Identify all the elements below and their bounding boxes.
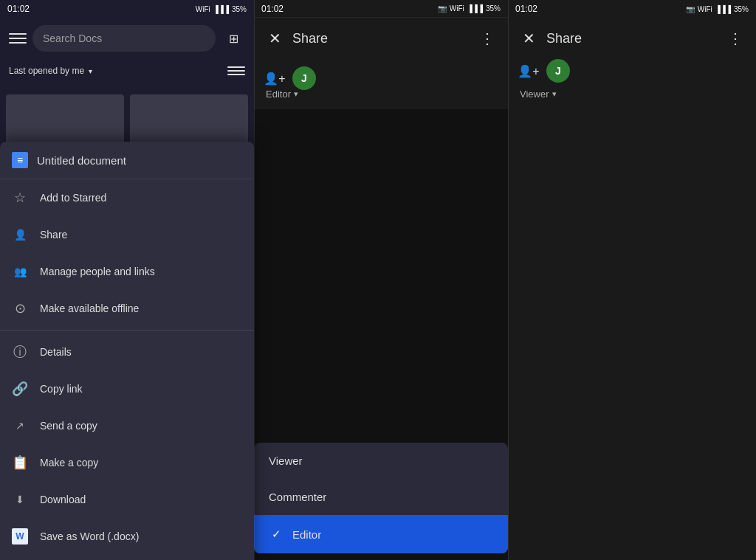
list-view-button[interactable] [227,62,245,80]
menu-label-download: Download [40,494,86,505]
share2-avatar-letter: J [555,65,561,77]
docs-filter: Last opened by me ▾ [0,59,254,83]
menu-label-save-word: Save as Word (.docx) [40,530,139,542]
role-label: Editor [266,89,291,100]
share2-panel: 01:02 📷 WiFi ▐▐▐ 35% ✕ Share ⋮ 👤+ J View… [508,0,756,560]
check-icon: ✓ [269,527,284,542]
signal-icon-2: ▐▐▐ [467,4,483,13]
menu-label-starred: Add to Starred [40,192,106,204]
share2-more-icon: ⋮ [728,30,743,47]
docs-header: Search Docs ⊞ [0,18,254,59]
menu-label-send-copy: Send a copy [40,420,97,432]
search-placeholder: Search Docs [43,32,102,44]
status-time-3: 01:02 [515,4,537,14]
share-close-button[interactable]: ✕ [263,27,286,50]
link-icon: 🔗 [12,381,28,397]
share2-role-arrow-icon: ▾ [552,89,557,99]
camera-icon-3: 📷 [686,5,695,13]
manage-people-icon: 👥 [12,263,28,280]
share2-role-label: Viewer [520,89,549,100]
menu-label-manage: Manage people and links [40,266,155,277]
copy-icon: 📋 [12,454,28,471]
menu-label-copy-link: Copy link [40,383,83,395]
share2-more-button[interactable]: ⋮ [724,27,747,50]
wifi-icon-3: WiFi [698,5,712,13]
dropdown-editor[interactable]: ✓ Editor [254,515,508,553]
status-time-1: 01:02 [7,4,30,14]
info-icon: ⓘ [12,344,28,360]
menu-item-send-copy[interactable]: ↗ Send a copy [0,407,254,444]
menu-item-make-copy[interactable]: 📋 Make a copy [0,444,254,481]
share2-header: ✕ Share ⋮ [508,18,756,59]
doc-icon-letter: ≡ [17,154,23,166]
share-dropdown: Viewer Commenter ✓ Editor [254,443,508,553]
add-person-button[interactable]: 👤+ [263,66,286,90]
menu-label-share: Share [40,229,67,241]
menu-item-copy-link[interactable]: 🔗 Copy link [0,370,254,407]
star-icon: ☆ [12,190,28,206]
user-avatar: J [292,66,316,90]
wifi-icon-1: WiFi [196,5,210,13]
menu-divider-1 [0,330,254,331]
menu-header: ≡ Untitled document [0,142,254,179]
close-icon: ✕ [269,30,281,47]
menu-doc-title: Untitled document [37,154,126,167]
filter-arrow-icon: ▾ [89,67,92,75]
share2-add-person-icon: 👤+ [518,64,539,78]
menu-item-details[interactable]: ⓘ Details [0,333,254,370]
wifi-icon-2: WiFi [450,4,464,13]
commenter-label: Commenter [269,491,326,503]
menu-label-make-copy: Make a copy [40,457,98,469]
menu-item-save-word[interactable]: W Save as Word (.docx) [0,518,254,555]
dropdown-commenter[interactable]: Commenter [254,479,508,515]
dropdown-viewer[interactable]: Viewer [254,443,508,479]
camera-icon-2: 📷 [438,4,447,13]
menu-item-download[interactable]: ⬇ Download [0,481,254,518]
status-time-2: 01:02 [261,4,284,14]
grid-view-button[interactable]: ⊞ [221,27,245,50]
menu-item-share[interactable]: 👤 Share [0,216,254,253]
share-header: ✕ Share ⋮ [254,18,508,59]
share-panel: 01:02 📷 WiFi ▐▐▐ 35% ✕ Share ⋮ 👤+ J Edit… [254,0,508,560]
download-icon: ⬇ [12,491,28,508]
menu-item-rename[interactable]: ✏ Rename [0,555,254,560]
share-role-row: Editor ▾ [254,89,508,100]
share2-person-row: 👤+ J [508,59,756,83]
share-name-input[interactable] [322,66,499,90]
share2-close-button[interactable]: ✕ [517,27,540,50]
share2-close-icon: ✕ [523,30,535,47]
menu-item-offline[interactable]: ⊙ Make available offline [0,290,254,327]
battery-2: 35% [486,4,501,13]
filter-label: Last opened by me [9,66,84,76]
menu-label-details: Details [40,346,72,358]
menu-item-starred[interactable]: ☆ Add to Starred [0,179,254,216]
editor-label: Editor [292,528,321,541]
share-more-button[interactable]: ⋮ [475,27,499,50]
word-icon: W [12,528,28,545]
share-person-icon: 👤 [12,227,28,243]
offline-icon: ⊙ [12,300,28,317]
viewer-label: Viewer [269,454,303,467]
context-menu: ≡ Untitled document ☆ Add to Starred 👤 S… [0,142,254,560]
send-icon: ↗ [12,418,28,434]
menu-item-manage-people[interactable]: 👥 Manage people and links [0,253,254,290]
search-bar[interactable]: Search Docs [32,25,216,52]
menu-label-offline: Make available offline [40,303,139,314]
doc-icon: ≡ [12,152,28,168]
hamburger-icon[interactable] [9,30,27,47]
signal-icon-3: ▐▐▐ [715,5,731,13]
add-person-icon: 👤+ [264,72,285,86]
share2-user-avatar: J [546,59,570,83]
share2-name-input[interactable] [576,59,747,83]
share2-role-row: Viewer ▾ [508,89,756,100]
divider-2 [508,0,509,560]
signal-icon-1: ▐▐▐ [213,5,229,13]
share2-add-person-button[interactable]: 👤+ [517,59,540,83]
grid-icon: ⊞ [229,32,238,46]
battery-3: 35% [734,5,749,13]
avatar-letter: J [301,72,307,84]
share2-title: Share [546,31,718,46]
role-arrow-icon: ▾ [294,89,298,99]
divider-1 [254,0,255,560]
more-vert-icon: ⋮ [480,30,495,47]
